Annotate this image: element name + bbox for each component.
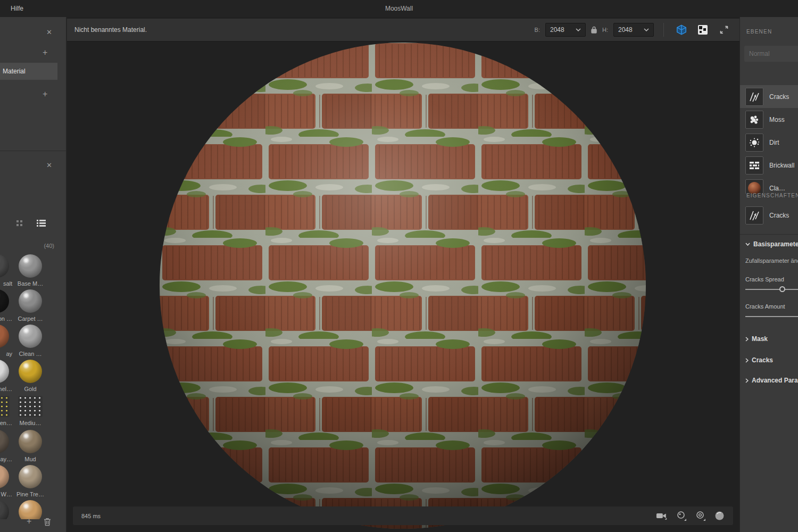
sidebar-item-label: Material	[3, 68, 26, 75]
add-material-icon[interactable]: +	[27, 517, 31, 526]
material-tile[interactable]: Carpet …	[14, 289, 47, 322]
layer-row-cracks[interactable]: Cracks	[740, 85, 798, 108]
slider-label-cracks-amount: Cracks Amount	[745, 303, 785, 310]
left-sidebar: ✕ + Material + ✕ (40) salt Base M…	[0, 17, 66, 532]
material-sphere-thumb	[0, 360, 9, 383]
slider-label-cracks-spread: Cracks Spread	[745, 276, 784, 282]
camera-icon[interactable]	[656, 511, 668, 520]
app-menu-bar: Hilfe MoosWall	[0, 0, 798, 17]
cracks-icon	[745, 88, 763, 106]
panel-divider	[740, 234, 798, 235]
trash-icon[interactable]	[44, 518, 51, 526]
material-sphere-thumb	[19, 289, 42, 313]
render-sphere-icon[interactable]	[714, 511, 725, 521]
material-tile[interactable]: Clean …	[14, 325, 47, 357]
layer-row-brickwall[interactable]: Brickwall	[740, 154, 798, 177]
sidebar-item-material[interactable]: Material	[0, 63, 57, 80]
blend-mode-select[interactable]: Normal	[744, 46, 798, 62]
material-sphere-thumb	[0, 289, 9, 313]
material-speckle-thumb	[0, 396, 10, 417]
material-sphere-thumb	[0, 325, 9, 348]
material-library-grid: salt Base M… on … Carpet … ay	[0, 253, 66, 519]
environment-icon[interactable]	[676, 511, 687, 521]
display-settings-icon[interactable]	[695, 511, 706, 521]
slider-handle[interactable]	[779, 286, 785, 292]
add-icon[interactable]: +	[43, 48, 47, 57]
section-cracks[interactable]: Cracks	[745, 356, 773, 364]
clay-sphere-thumb	[745, 179, 763, 194]
material-tile[interactable]: nel…	[0, 360, 14, 392]
material-tile[interactable]: Pine Tre…	[14, 465, 47, 497]
cracks-amount-slider[interactable]	[745, 313, 798, 320]
layer-list: Cracks Moss Dirt Brickwall Cla…	[740, 85, 798, 194]
material-sphere-thumb	[19, 360, 42, 383]
render-time: 845 ms	[81, 513, 101, 519]
randomize-parameters-link[interactable]: Zufallsparameter ände	[745, 257, 798, 264]
material-grid-row: on … Carpet …	[0, 288, 66, 323]
viewport-status-bar: 845 ms	[73, 506, 733, 525]
material-grid-row: nel… Gold	[0, 359, 66, 394]
material-preview-sphere[interactable]	[159, 42, 646, 529]
material-sphere-thumb	[19, 465, 42, 488]
viewport-toolbar: Nicht benanntes Material. B: 2048 H: 204…	[67, 19, 739, 41]
cracks-spread-slider[interactable]	[745, 286, 798, 293]
cracks-icon	[745, 206, 763, 225]
material-sphere-thumb	[0, 254, 9, 278]
add-icon[interactable]: +	[43, 90, 47, 98]
slider-track	[745, 289, 798, 290]
chevron-right-icon	[745, 358, 749, 363]
slider-track	[745, 316, 798, 317]
width-select[interactable]: 2048	[545, 23, 586, 37]
material-tile[interactable]: Gold	[14, 360, 47, 392]
material-tile[interactable]: salt	[0, 254, 14, 287]
material-tile[interactable]: ay	[0, 325, 14, 357]
3d-viewport[interactable]: Nicht benanntes Material. B: 2048 H: 204…	[67, 17, 739, 532]
material-grid-row: ay Clean …	[0, 323, 66, 359]
material-tile[interactable]: Mediu…	[14, 395, 47, 426]
material-count-badge: (40)	[44, 243, 54, 249]
material-tile[interactable]: Base M…	[14, 254, 47, 287]
window-title: MoosWall	[385, 5, 413, 12]
material-grid-row: ay… Mud	[0, 429, 66, 464]
lock-icon[interactable]	[591, 26, 597, 34]
close-icon[interactable]: ✕	[46, 162, 52, 169]
material-tile[interactable]: en…	[0, 395, 14, 426]
chevron-right-icon	[745, 378, 749, 383]
chevron-down-icon	[745, 243, 750, 246]
chevron-down-icon	[576, 28, 581, 31]
dirt-icon	[745, 134, 763, 152]
section-advanced-parameters[interactable]: Advanced Param	[745, 377, 798, 384]
close-icon[interactable]: ✕	[46, 29, 52, 36]
height-select[interactable]: 2048	[613, 23, 654, 37]
moss-icon	[745, 111, 763, 129]
material-tile[interactable]: on …	[0, 289, 14, 322]
chevron-right-icon	[745, 337, 749, 342]
toolbar-divider	[663, 23, 664, 37]
layer-row-clay[interactable]: Cla…	[740, 177, 798, 194]
material-sphere-thumb	[0, 465, 9, 488]
grid-view-icon[interactable]	[16, 220, 23, 227]
view-2d-texture-icon[interactable]	[695, 22, 711, 38]
list-view-icon[interactable]	[37, 219, 46, 227]
material-tile[interactable]: ay…	[0, 430, 14, 462]
menu-help[interactable]: Hilfe	[0, 5, 34, 12]
right-sidebar: EBENEN Normal Cracks Moss Dirt Bri	[739, 17, 798, 532]
material-speckle-thumb	[18, 396, 43, 417]
material-tile[interactable]: W…	[0, 465, 14, 497]
section-basisparameter[interactable]: Basisparameter	[745, 240, 798, 248]
material-grid-row: W… Pine Tre…	[0, 464, 66, 499]
material-grid-row: salt Base M…	[0, 253, 66, 288]
height-label: H:	[602, 27, 608, 33]
fullscreen-expand-icon[interactable]	[716, 22, 732, 38]
selected-layer-chip: Cracks	[745, 206, 789, 225]
material-sphere-thumb	[19, 325, 42, 348]
layer-row-moss[interactable]: Moss	[740, 108, 798, 131]
layer-row-dirt[interactable]: Dirt	[740, 131, 798, 154]
chevron-down-icon	[644, 28, 649, 31]
material-tile[interactable]: Mud	[14, 430, 47, 462]
view-3d-cube-icon[interactable]	[674, 22, 689, 38]
material-sphere-thumb	[19, 430, 42, 453]
properties-header: EIGENSCHAFTEN	[746, 193, 798, 198]
material-grid-row: en… Mediu…	[0, 394, 66, 429]
section-mask[interactable]: Mask	[745, 335, 768, 343]
